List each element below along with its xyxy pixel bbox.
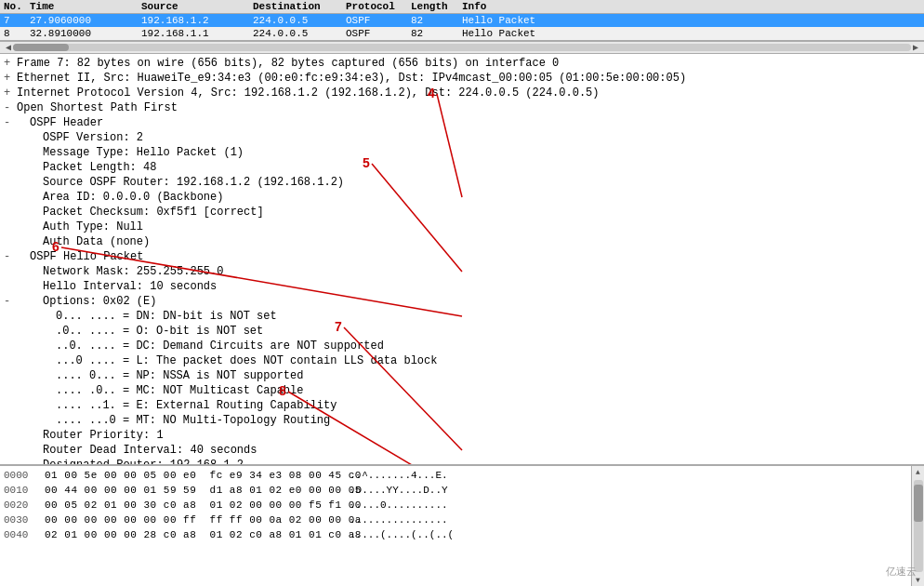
- no-icon: [4, 443, 17, 458]
- detail-text: Area ID: 0.0.0.0 (Backbone): [43, 190, 920, 205]
- no-icon: [4, 368, 17, 383]
- detail-line-ospf-opt-l: ...0 .... = L: The packet does NOT conta…: [0, 353, 924, 368]
- col-header-src: Source: [138, 0, 249, 13]
- detail-text: OSPF Version: 2: [43, 130, 920, 145]
- scroll-up-arrow[interactable]: ▲: [914, 466, 922, 478]
- detail-text: .0.. .... = O: O-bit is NOT set: [56, 324, 920, 339]
- hex-bytes: 00 05 02 01 00 30 c0 a8 01 02 00 00 00 f…: [45, 498, 342, 513]
- col-header-info: Info: [458, 0, 924, 13]
- detail-text: ..0. .... = DC: Demand Circuits are NOT …: [56, 339, 920, 353]
- hex-row: 003000 00 00 00 00 00 00 ff ff ff 00 0a …: [4, 513, 907, 527]
- scroll-track[interactable]: [13, 44, 911, 51]
- cell-no: 8: [0, 27, 26, 40]
- table-row[interactable]: 7 27.9060000 192.168.1.2 224.0.0.5 OSPF …: [0, 14, 924, 27]
- hex-bytes: 00 00 00 00 00 00 00 ff ff ff 00 0a 02 0…: [45, 513, 342, 527]
- no-icon: [4, 279, 17, 294]
- detail-text: .... .0.. = MC: NOT Multicast Capable: [56, 383, 920, 398]
- expand-icon[interactable]: +: [4, 56, 17, 71]
- no-icon: [4, 220, 17, 234]
- scroll-thumb[interactable]: [13, 44, 69, 51]
- expand-icon[interactable]: +: [4, 71, 17, 86]
- hex-bytes: 01 00 5e 00 00 05 00 e0 fc e9 34 e3 08 0…: [45, 468, 342, 483]
- detail-line-ospf-pktlen: Packet Length: 48: [0, 160, 924, 175]
- detail-line-ospf-header[interactable]: -OSPF Header: [0, 115, 924, 130]
- detail-line-ospf-authtype: Auth Type: Null: [0, 220, 924, 234]
- packet-list-header: No. Time Source Destination Protocol Len…: [0, 0, 924, 14]
- hex-row: 001000 44 00 00 00 01 59 59 d1 a8 01 02 …: [4, 483, 907, 498]
- cell-len: 82: [407, 14, 458, 27]
- no-icon: [4, 353, 17, 368]
- hex-ascii: .....(....(..(..(: [350, 527, 907, 542]
- detail-text: Frame 7: 82 bytes on wire (656 bits), 82…: [17, 56, 920, 71]
- no-icon: [4, 160, 17, 175]
- cell-no: 7: [0, 14, 26, 27]
- cell-info: Hello Packet: [458, 14, 924, 27]
- detail-line-ospf[interactable]: -Open Shortest Path First: [0, 100, 924, 115]
- detail-line-ospf-netmask: Network Mask: 255.255.255.0: [0, 264, 924, 279]
- no-icon: [4, 458, 17, 465]
- detail-line-frame[interactable]: +Frame 7: 82 bytes on wire (656 bits), 8…: [0, 56, 924, 71]
- col-header-time: Time: [26, 0, 138, 13]
- cell-dst: 224.0.0.5: [249, 27, 342, 40]
- scroll-right-arrow[interactable]: ▶: [911, 42, 920, 53]
- hex-offset: 0000: [4, 468, 37, 483]
- detail-line-ospf-hello[interactable]: -OSPF Hello Packet: [0, 249, 924, 264]
- detail-line-ospf-dr: Designated Router: 192.168.1.2: [0, 458, 924, 465]
- no-icon: [4, 339, 17, 353]
- collapse-icon[interactable]: -: [4, 249, 17, 264]
- hex-dump-pane: 000001 00 5e 00 00 05 00 e0 fc e9 34 e3 …: [0, 465, 924, 586]
- detail-line-ethernet[interactable]: +Ethernet II, Src: HuaweiTe_e9:34:e3 (00…: [0, 71, 924, 86]
- detail-text: Open Shortest Path First: [17, 100, 920, 115]
- vscroll-track[interactable]: [914, 480, 923, 572]
- hex-ascii: .....0..........: [350, 498, 907, 513]
- no-icon: [4, 130, 17, 145]
- col-header-no: No.: [0, 0, 26, 13]
- collapse-icon[interactable]: -: [4, 294, 17, 309]
- horizontal-scrollbar[interactable]: ◀ ▶: [0, 41, 924, 54]
- scroll-left-arrow[interactable]: ◀: [4, 42, 13, 53]
- watermark-label: 亿速云: [886, 565, 917, 579]
- expand-icon[interactable]: +: [4, 86, 17, 100]
- col-header-len: Length: [407, 0, 458, 13]
- packet-list: No. Time Source Destination Protocol Len…: [0, 0, 924, 41]
- detail-line-ospf-checksum: Packet Checksum: 0xf5f1 [correct]: [0, 205, 924, 220]
- no-icon: [4, 145, 17, 160]
- cell-dst: 224.0.0.5: [249, 14, 342, 27]
- collapse-icon[interactable]: -: [4, 115, 17, 130]
- hex-row: 002000 05 02 01 00 30 c0 a8 01 02 00 00 …: [4, 498, 907, 513]
- detail-line-ospf-dead-interval: Router Dead Interval: 40 seconds: [0, 443, 924, 458]
- hex-ascii: ................: [350, 513, 907, 527]
- no-icon: [4, 383, 17, 398]
- no-icon: [4, 398, 17, 413]
- hex-offset: 0040: [4, 527, 37, 542]
- detail-text: OSPF Hello Packet: [30, 249, 920, 264]
- detail-line-ospf-router-pri: Router Priority: 1: [0, 428, 924, 443]
- detail-line-ospf-opt-mc: .... .0.. = MC: NOT Multicast Capable: [0, 383, 924, 398]
- no-icon: [4, 175, 17, 190]
- vscroll-thumb[interactable]: [914, 485, 923, 522]
- cell-info: Hello Packet: [458, 27, 924, 40]
- packet-details-pane: 45678 +Frame 7: 82 bytes on wire (656 bi…: [0, 54, 924, 465]
- detail-line-ospf-options[interactable]: -Options: 0x02 (E): [0, 294, 924, 309]
- no-icon: [4, 190, 17, 205]
- no-icon: [4, 428, 17, 443]
- hex-offset: 0030: [4, 513, 37, 527]
- detail-text: .... ..1. = E: External Routing Capabili…: [56, 398, 920, 413]
- table-row[interactable]: 8 32.8910000 192.168.1.1 224.0.0.5 OSPF …: [0, 27, 924, 40]
- col-header-dst: Destination: [249, 0, 342, 13]
- detail-text: 0... .... = DN: DN-bit is NOT set: [56, 309, 920, 324]
- no-icon: [4, 234, 17, 249]
- detail-text: Message Type: Hello Packet (1): [43, 145, 920, 160]
- no-icon: [4, 205, 17, 220]
- hex-ascii: ..^.......4...E.: [350, 468, 907, 483]
- detail-text: Packet Checksum: 0xf5f1 [correct]: [43, 205, 920, 220]
- collapse-icon[interactable]: -: [4, 100, 17, 115]
- detail-text: .... ...0 = MT: NO Multi-Topology Routin…: [56, 413, 920, 428]
- hex-row: 004002 01 00 00 00 28 c0 a8 01 02 c0 a8 …: [4, 527, 907, 542]
- detail-line-ospf-msgtype: Message Type: Hello Packet (1): [0, 145, 924, 160]
- detail-text: Source OSPF Router: 192.168.1.2 (192.168…: [43, 175, 920, 190]
- detail-line-ip[interactable]: +Internet Protocol Version 4, Src: 192.1…: [0, 86, 924, 100]
- cell-len: 82: [407, 27, 458, 40]
- hex-bytes: 02 01 00 00 00 28 c0 a8 01 02 c0 a8 01 0…: [45, 527, 342, 542]
- detail-line-ospf-area: Area ID: 0.0.0.0 (Backbone): [0, 190, 924, 205]
